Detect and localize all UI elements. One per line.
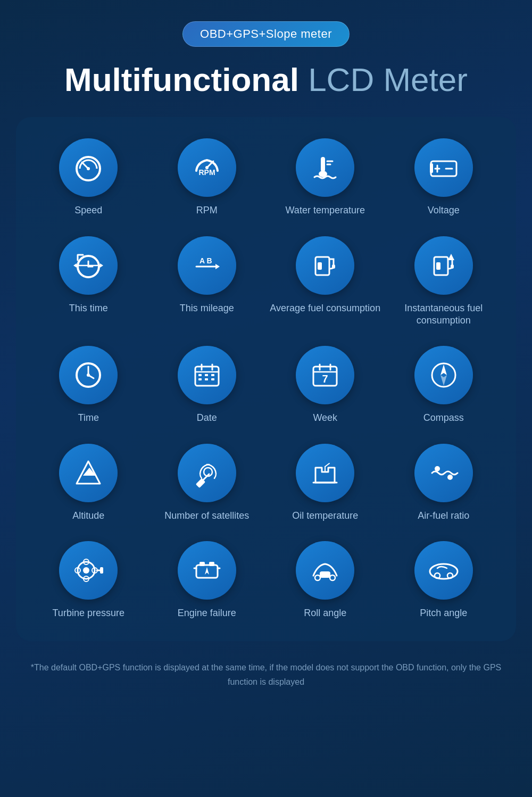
svg-marker-50	[440, 375, 447, 386]
compass-icon	[414, 346, 473, 404]
badge: OBD+GPS+Slope meter	[182, 21, 350, 47]
air-fuel-icon	[414, 444, 473, 502]
svg-point-77	[330, 575, 335, 580]
avg-fuel-label: Average fuel consumption	[270, 302, 380, 314]
feature-item-voltage: Voltage	[387, 138, 501, 217]
feature-item-turbine: Turbine pressure	[32, 541, 145, 619]
feature-item-pitch: Pitch angle	[387, 541, 501, 619]
main-title: Multifunctional LCD Meter	[64, 62, 468, 98]
water-temp-label: Water temperature	[286, 204, 365, 217]
svg-rect-24	[332, 264, 335, 269]
svg-rect-38	[205, 374, 208, 376]
svg-rect-25	[434, 257, 448, 275]
rpm-label: RPM	[196, 204, 218, 217]
this-time-label: This time	[69, 302, 108, 314]
svg-marker-21	[215, 264, 220, 269]
voltage-label: Voltage	[428, 204, 460, 217]
inst-fuel-icon	[414, 236, 473, 295]
this-mileage-icon: A B	[178, 236, 236, 295]
svg-text:RPM: RPM	[198, 168, 215, 177]
speed-label: Speed	[74, 204, 102, 217]
avg-fuel-icon	[296, 236, 354, 295]
feature-item-speed: Speed	[32, 138, 145, 217]
this-time-icon	[59, 236, 118, 295]
roll-icon	[296, 541, 354, 600]
altitude-label: Altitude	[72, 510, 104, 522]
svg-rect-27	[451, 264, 454, 269]
svg-marker-18	[100, 263, 103, 268]
feature-item-avg-fuel: Average fuel consumption	[269, 236, 382, 327]
svg-rect-42	[211, 378, 214, 380]
svg-marker-28	[448, 254, 454, 260]
svg-rect-23	[318, 262, 322, 270]
features-card: SpeedRPMRPMWater temperatureVoltageThis …	[16, 117, 516, 641]
feature-item-rpm: RPMRPM	[151, 138, 264, 217]
satellites-icon	[178, 444, 236, 502]
svg-rect-22	[315, 257, 329, 275]
svg-rect-6	[321, 157, 325, 172]
svg-rect-39	[211, 374, 214, 376]
title-bold: Multifunctional	[64, 61, 299, 98]
title-light: LCD Meter	[308, 61, 468, 98]
water-temp-icon	[296, 138, 354, 197]
svg-point-32	[87, 373, 90, 377]
svg-point-62	[83, 567, 89, 574]
speed-icon	[59, 138, 118, 197]
feature-item-altitude: Altitude	[32, 444, 145, 522]
pitch-icon	[414, 541, 473, 600]
svg-point-76	[315, 575, 320, 580]
satellites-label: Number of satellites	[164, 510, 249, 522]
oil-temp-label: Oil temperature	[292, 510, 358, 522]
air-fuel-label: Air-fuel ratio	[418, 510, 469, 522]
engine-fail-label: Engine failure	[178, 607, 236, 619]
this-mileage-label: This mileage	[180, 302, 234, 314]
feature-item-date: Date	[151, 346, 264, 424]
svg-rect-40	[198, 378, 202, 380]
svg-marker-49	[440, 364, 447, 375]
feature-item-time: Time	[32, 346, 145, 424]
voltage-icon	[414, 138, 473, 197]
compass-label: Compass	[423, 412, 464, 424]
svg-rect-26	[436, 262, 440, 270]
svg-rect-9	[430, 163, 433, 173]
time-icon	[59, 346, 118, 404]
altitude-icon	[59, 444, 118, 502]
svg-marker-17	[73, 263, 77, 268]
svg-rect-75	[320, 571, 330, 578]
svg-text:A B: A B	[200, 256, 212, 265]
time-label: Time	[78, 412, 99, 424]
inst-fuel-label: Instantaneous fuel consumption	[387, 302, 501, 327]
svg-line-58	[325, 463, 329, 467]
pitch-label: Pitch angle	[420, 607, 467, 619]
svg-point-78	[430, 564, 458, 579]
footer-note: *The default OBD+GPS function is display…	[11, 660, 521, 689]
feature-item-water-temp: Water temperature	[269, 138, 382, 217]
rpm-icon: RPM	[178, 138, 236, 197]
engine-fail-icon	[178, 541, 236, 600]
feature-item-roll: Roll angle	[269, 541, 382, 619]
date-label: Date	[197, 412, 217, 424]
feature-item-air-fuel: Air-fuel ratio	[387, 444, 501, 522]
feature-item-engine-fail: Engine failure	[151, 541, 264, 619]
oil-temp-icon	[296, 444, 354, 502]
svg-point-60	[447, 475, 453, 480]
svg-rect-37	[198, 374, 202, 376]
date-icon	[178, 346, 236, 404]
week-icon: 7	[296, 346, 354, 404]
svg-rect-68	[100, 567, 103, 574]
feature-item-week: 7Week	[269, 346, 382, 424]
turbine-label: Turbine pressure	[53, 607, 124, 619]
svg-point-5	[205, 166, 209, 169]
feature-item-satellites: Number of satellites	[151, 444, 264, 522]
turbine-icon	[59, 541, 118, 600]
svg-text:7: 7	[322, 373, 328, 385]
svg-rect-41	[205, 378, 208, 380]
svg-rect-71	[209, 562, 214, 566]
feature-item-compass: Compass	[387, 346, 501, 424]
svg-marker-72	[205, 567, 209, 575]
svg-point-2	[87, 167, 90, 170]
week-label: Week	[313, 412, 337, 424]
feature-item-this-time: This time	[32, 236, 145, 327]
feature-item-inst-fuel: Instantaneous fuel consumption	[387, 236, 501, 327]
roll-label: Roll angle	[304, 607, 346, 619]
